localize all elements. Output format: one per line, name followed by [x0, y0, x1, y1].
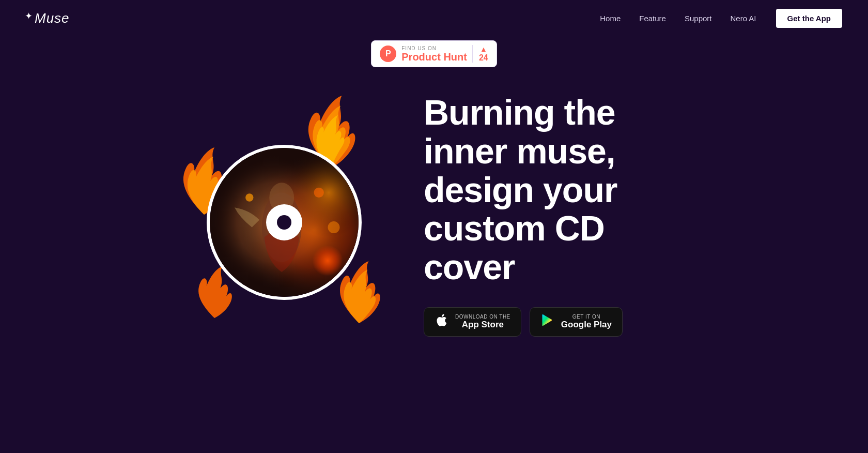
nav-links: Home Feature Support Nero AI Get the App: [600, 8, 843, 29]
google-play-icon: [540, 313, 555, 331]
apple-icon: [435, 313, 449, 331]
svg-point-4: [245, 194, 253, 202]
product-hunt-find-us: FIND US ON: [401, 46, 467, 51]
cd-illustration: [186, 106, 382, 323]
get-app-button[interactable]: Get the App: [775, 8, 843, 29]
google-play-sub: GET IT ON: [561, 314, 612, 320]
hero-title: Burning the inner muse, design your cust…: [424, 93, 682, 286]
nav-feature[interactable]: Feature: [639, 14, 666, 23]
store-buttons: Download on the App Store: [424, 307, 682, 337]
cd-hole: [266, 204, 302, 240]
google-play-text: GET IT ON Google Play: [561, 314, 612, 330]
svg-point-5: [314, 188, 324, 198]
main-content: Burning the inner muse, design your cust…: [0, 83, 868, 347]
product-hunt-logo: P: [380, 46, 396, 62]
navbar: ✦ Muse Home Feature Support Nero AI Get …: [0, 0, 868, 36]
product-hunt-badge[interactable]: P FIND US ON Product Hunt ▲ 24: [371, 40, 497, 67]
app-store-button[interactable]: Download on the App Store: [424, 307, 521, 337]
right-content: Burning the inner muse, design your cust…: [424, 93, 682, 337]
svg-point-6: [328, 222, 339, 234]
cd-hole-inner: [277, 215, 291, 230]
product-hunt-text: FIND US ON Product Hunt: [401, 46, 467, 63]
product-hunt-count: 24: [479, 53, 488, 63]
app-store-main: App Store: [455, 320, 510, 330]
google-play-button[interactable]: GET IT ON Google Play: [530, 307, 623, 337]
product-hunt-name: Product Hunt: [401, 51, 467, 63]
logo[interactable]: ✦ Muse: [25, 10, 70, 26]
logo-star-icon: ✦: [25, 10, 33, 22]
product-hunt-container: P FIND US ON Product Hunt ▲ 24: [0, 40, 868, 67]
app-store-text: Download on the App Store: [455, 314, 510, 330]
cd-circle: [207, 145, 362, 300]
product-hunt-upvote: ▲ 24: [472, 45, 488, 63]
app-store-sub: Download on the: [455, 314, 510, 320]
logo-text: Muse: [35, 10, 70, 26]
google-play-main: Google Play: [561, 320, 612, 330]
nav-nero-ai[interactable]: Nero AI: [731, 14, 756, 23]
product-hunt-arrow: ▲: [480, 45, 487, 53]
nav-home[interactable]: Home: [600, 14, 621, 23]
nav-support[interactable]: Support: [685, 14, 712, 23]
cd-shine: [312, 245, 343, 276]
